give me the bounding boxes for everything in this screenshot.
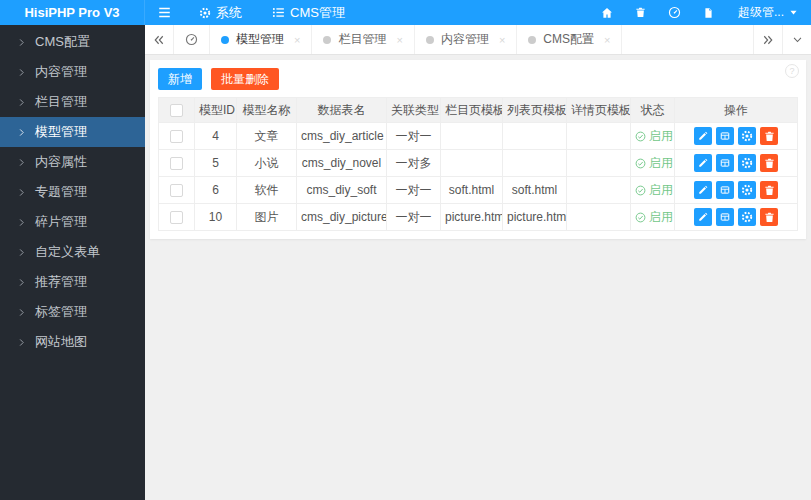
column-header: 关联类型: [387, 98, 441, 123]
sidebar-item-2[interactable]: 栏目管理: [0, 87, 145, 117]
sidebar-item-6[interactable]: 碎片管理: [0, 207, 145, 237]
chevron-right-icon: [17, 218, 26, 227]
toolbar: 新增 批量删除: [158, 68, 798, 90]
delete-button[interactable]: [760, 127, 778, 145]
list-icon: [272, 6, 285, 19]
sidebar-item-label: 标签管理: [35, 303, 87, 321]
model-id: 4: [195, 123, 237, 150]
chevron-right-icon: [17, 338, 26, 347]
file-button[interactable]: [692, 0, 725, 25]
settings-button[interactable]: [738, 127, 756, 145]
sidebar-item-5[interactable]: 专题管理: [0, 177, 145, 207]
chevron-right-icon: [17, 128, 26, 137]
tabs-scroll-right-button[interactable]: [753, 25, 782, 54]
row-checkbox[interactable]: [170, 211, 183, 224]
sidebar: CMS配置内容管理栏目管理模型管理内容属性专题管理碎片管理自定义表单推荐管理标签…: [0, 25, 145, 500]
list-template: picture.html: [503, 204, 567, 231]
fields-button[interactable]: [716, 181, 734, 199]
edit-button[interactable]: [694, 181, 712, 199]
help-icon[interactable]: ?: [785, 64, 799, 78]
settings-button[interactable]: [738, 181, 756, 199]
sidebar-item-3[interactable]: 模型管理: [0, 117, 145, 147]
check-circle-icon: [635, 158, 646, 169]
home-button[interactable]: [590, 0, 624, 25]
row-actions: [679, 127, 793, 145]
settings-button[interactable]: [738, 154, 756, 172]
sidebar-item-1[interactable]: 内容管理: [0, 57, 145, 87]
tab-status-dot: [323, 36, 331, 44]
sidebar-item-9[interactable]: 标签管理: [0, 297, 145, 327]
tabs-scroll-left-button[interactable]: [145, 25, 174, 54]
relation-type: 一对一: [387, 123, 441, 150]
app-logo: HisiPHP Pro V3: [0, 0, 145, 25]
table-header-row: 模型ID模型名称数据表名关联类型栏目页模板列表页模板详情页模板状态操作: [159, 98, 798, 123]
home-tab[interactable]: [174, 25, 210, 54]
model-id: 5: [195, 150, 237, 177]
delete-button[interactable]: [760, 208, 778, 226]
delete-button[interactable]: [760, 154, 778, 172]
delete-button[interactable]: [760, 181, 778, 199]
tab-0[interactable]: 模型管理×: [210, 25, 312, 54]
fields-button[interactable]: [716, 208, 734, 226]
settings-button[interactable]: [738, 208, 756, 226]
home-icon: [601, 7, 613, 19]
tab-close-icon[interactable]: ×: [604, 34, 610, 46]
edit-button[interactable]: [694, 208, 712, 226]
relation-type: 一对多: [387, 150, 441, 177]
tab-label: CMS配置: [543, 31, 594, 48]
check-circle-icon: [635, 212, 646, 223]
chevron-right-icon: [17, 188, 26, 197]
select-all-checkbox[interactable]: [170, 104, 183, 117]
sidebar-item-label: 自定义表单: [35, 243, 100, 261]
tab-3[interactable]: CMS配置×: [517, 25, 622, 54]
column-header: 详情页模板: [567, 98, 631, 123]
row-checkbox[interactable]: [170, 184, 183, 197]
sidebar-item-10[interactable]: 网站地图: [0, 327, 145, 357]
user-menu[interactable]: 超级管...: [725, 0, 811, 25]
sidebar-toggle-button[interactable]: [145, 0, 184, 25]
tab-label: 内容管理: [441, 31, 489, 48]
status-badge: 启用: [635, 128, 673, 145]
file-icon: [703, 7, 714, 19]
table-icon: [720, 185, 730, 195]
add-button[interactable]: 新增: [158, 68, 202, 90]
edit-button[interactable]: [694, 127, 712, 145]
batch-delete-button[interactable]: 批量删除: [211, 68, 279, 90]
table-row: 5小说cms_diy_novel一对多启用: [159, 150, 798, 177]
tabs-menu-button[interactable]: [782, 25, 811, 54]
fields-button[interactable]: [716, 127, 734, 145]
sidebar-item-label: 内容属性: [35, 153, 87, 171]
table-icon: [720, 131, 730, 141]
tab-1[interactable]: 栏目管理×: [312, 25, 414, 54]
trash-icon: [635, 7, 646, 18]
topnav-item-cms[interactable]: CMS管理: [257, 0, 360, 25]
sidebar-item-7[interactable]: 自定义表单: [0, 237, 145, 267]
column-header: 操作: [675, 98, 798, 123]
tab-2[interactable]: 内容管理×: [415, 25, 517, 54]
model-id: 6: [195, 177, 237, 204]
table-name: cms_diy_novel: [297, 150, 387, 177]
row-checkbox[interactable]: [170, 130, 183, 143]
row-checkbox[interactable]: [170, 157, 183, 170]
gauge-button[interactable]: [657, 0, 692, 25]
sidebar-item-label: 网站地图: [35, 333, 87, 351]
user-name: 超级管...: [738, 4, 784, 21]
edit-button[interactable]: [694, 154, 712, 172]
tab-close-icon[interactable]: ×: [294, 34, 300, 46]
sidebar-item-8[interactable]: 推荐管理: [0, 267, 145, 297]
trash-icon: [764, 185, 775, 196]
relation-type: 一对一: [387, 204, 441, 231]
fields-button[interactable]: [716, 154, 734, 172]
trash-button[interactable]: [624, 0, 657, 25]
chevron-right-icon: [17, 98, 26, 107]
tab-close-icon[interactable]: ×: [499, 34, 505, 46]
topnav-item-label: CMS管理: [290, 4, 345, 22]
chevron-right-icon: [17, 248, 26, 257]
tab-close-icon[interactable]: ×: [396, 34, 402, 46]
sidebar-item-label: 专题管理: [35, 183, 87, 201]
topnav-item-system[interactable]: 系统: [184, 0, 257, 25]
sidebar-item-0[interactable]: CMS配置: [0, 27, 145, 57]
table-name: cms_diy_article: [297, 123, 387, 150]
sidebar-item-4[interactable]: 内容属性: [0, 147, 145, 177]
pencil-icon: [698, 185, 708, 195]
